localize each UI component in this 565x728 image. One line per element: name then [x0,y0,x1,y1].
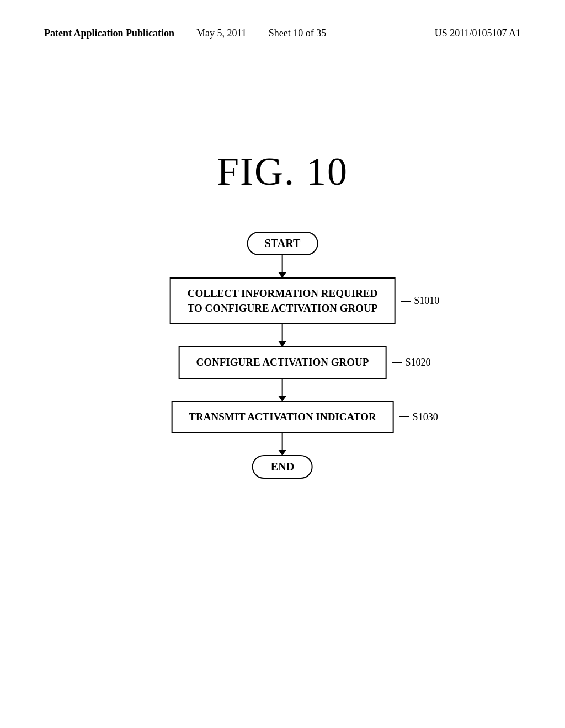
date-label: May 5, 2011 [196,28,247,39]
process-text-s1010-line2: TO CONFIGURE ACTIVATION GROUP [188,302,378,314]
process-box-s1030: TRANSMIT ACTIVATION INDICATOR [171,401,393,433]
arrow-3 [282,379,283,401]
flowchart: START COLLECT INFORMATION REQUIRED TO CO… [170,232,396,479]
page-header: Patent Application Publication May 5, 20… [0,28,565,39]
figure-title: FIG. 10 [0,149,565,195]
process-box-s1010: COLLECT INFORMATION REQUIRED TO CONFIGUR… [170,277,396,324]
process-row-s1020: CONFIGURE ACTIVATION GROUP S1020 [179,346,387,379]
process-row-s1030: TRANSMIT ACTIVATION INDICATOR S1030 [171,401,393,433]
step-label-s1010: S1010 [401,295,439,307]
process-row-s1010: COLLECT INFORMATION REQUIRED TO CONFIGUR… [170,277,396,324]
patent-number-label: US 2011/0105107 A1 [435,28,521,39]
process-text-s1010-line1: COLLECT INFORMATION REQUIRED [188,287,378,299]
process-box-s1020: CONFIGURE ACTIVATION GROUP [179,346,387,379]
step-label-s1030: S1030 [399,411,438,423]
sheet-label: Sheet 10 of 35 [269,28,326,39]
arrow-4 [282,433,283,455]
start-terminal: START [247,232,318,255]
arrow-1 [282,255,283,277]
step-label-s1020: S1020 [392,357,430,368]
arrow-2 [282,324,283,346]
publication-label: Patent Application Publication [44,28,174,39]
end-terminal: END [252,455,313,479]
